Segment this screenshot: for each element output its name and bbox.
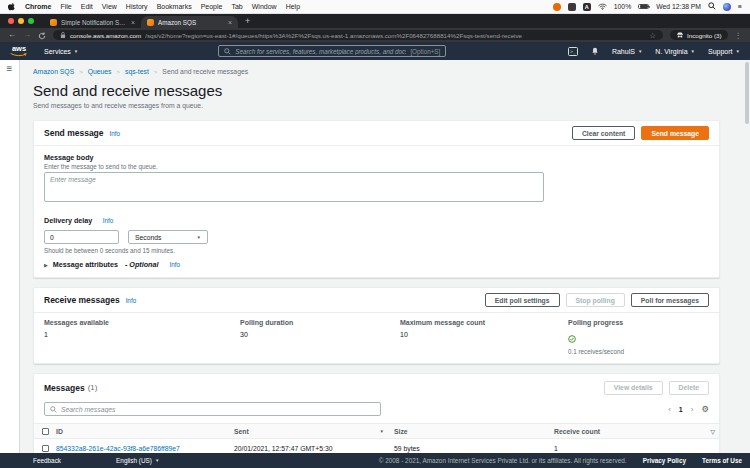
wifi-icon[interactable] [598,3,607,11]
breadcrumb-amazon-sqs[interactable]: Amazon SQS [33,68,74,75]
services-menu[interactable]: Services ▼ [44,48,78,55]
account-menu[interactable]: RahulS ▼ [612,48,642,55]
messages-search-box[interactable] [44,402,381,416]
tab-close-icon[interactable]: × [228,19,232,26]
send-message-info-link[interactable]: Info [110,130,121,137]
breadcrumb-current: Send and receive messages [162,68,248,75]
battery-icon[interactable] [638,4,649,10]
menubar-item-people[interactable]: People [201,3,223,10]
select-all-checkbox[interactable] [42,428,49,435]
stop-polling-button[interactable]: Stop polling [566,293,625,307]
support-menu[interactable]: Support ▼ [708,48,740,55]
menu-extra-a-icon[interactable]: A [583,3,591,11]
delivery-delay-info-link[interactable]: Info [103,217,114,224]
sort-descending-icon[interactable]: ▼ [380,429,384,434]
column-header-id[interactable]: ID [56,428,234,435]
receive-messages-info-link[interactable]: Info [126,297,137,304]
messages-search-input[interactable] [61,406,375,413]
back-icon[interactable]: ← [8,31,16,39]
tab-title: Amazon SQS [158,19,224,26]
stat-maximum-message-count: Maximum message count 10 [400,319,568,355]
breadcrumb-sep-icon: > [117,69,121,75]
menubar-item-bookmarks[interactable]: Bookmarks [157,3,192,10]
breadcrumb-sqs-test[interactable]: sqs-test [125,68,149,75]
apple-menu-icon[interactable] [8,2,16,11]
filter-icon[interactable]: ▽ [710,428,715,435]
region-menu[interactable]: N. Virginia ▼ [655,48,695,55]
previous-page-icon[interactable]: ‹ [668,405,671,414]
zoom-window-button[interactable] [28,18,34,24]
siri-icon[interactable] [723,3,731,11]
menubar-item-help[interactable]: Help [286,3,300,10]
row-checkbox[interactable] [42,445,49,452]
incognito-badge: Incognito (3) [670,30,727,40]
stat-label: Polling duration [240,319,400,326]
privacy-policy-link[interactable]: Privacy Policy [643,457,686,464]
notifications-bell-icon[interactable] [591,47,599,56]
tab-close-icon[interactable]: × [131,19,135,26]
browser-menu-icon[interactable]: ⋮ [735,31,743,40]
new-tab-button[interactable]: + [245,17,250,26]
tab-amazon-sqs[interactable]: Amazon SQS × [141,16,238,28]
menubar-item-view[interactable]: View [102,3,117,10]
close-window-button[interactable] [8,18,14,24]
spotlight-icon[interactable] [708,2,716,11]
send-message-button[interactable]: Send message [641,126,709,140]
breadcrumb-queues[interactable]: Queues [88,68,112,75]
lock-icon [60,31,66,40]
clear-content-button[interactable]: Clear content [572,126,635,140]
menubar-item-tab[interactable]: Tab [231,3,242,10]
main-area: Amazon SQS > Queues > sqs-test > Send an… [20,60,750,453]
messages-card: Messages (1) View details Delete ‹ 1 [33,373,720,453]
delivery-delay-input[interactable] [44,230,119,244]
column-header-sent[interactable]: Sent ▼ [234,428,394,435]
table-row: 854332a8-261e-42ac-93f8-a6e786ff89e7 20/… [34,439,719,453]
menubar-item-history[interactable]: History [126,3,148,10]
page-number[interactable]: 1 [679,406,683,413]
delete-button[interactable]: Delete [669,381,709,395]
view-details-button[interactable]: View details [604,381,663,395]
terms-of-use-link[interactable]: Terms of Use [702,457,742,464]
hamburger-menu-icon[interactable]: ≡ [0,64,19,74]
menu-extra-dark-icon[interactable] [568,3,576,11]
tab-simple-notification-service[interactable]: Simple Notification Service × [44,16,141,28]
menubar-item-edit[interactable]: Edit [81,3,93,10]
feedback-link[interactable]: Feedback [33,457,61,464]
pagination: ‹ 1 › ⚙ [668,404,709,414]
menubar-item-window[interactable]: Window [252,3,277,10]
message-attributes-expander[interactable]: ▶ Message attributes - Optional Info [44,260,709,269]
poll-for-messages-button[interactable]: Poll for messages [631,293,709,307]
aws-search-box[interactable]: [Option+S] [218,45,446,57]
address-bar[interactable]: console.aws.amazon.com /sqs/v2/home?regi… [53,30,663,40]
search-icon [224,48,231,55]
control-center-icon[interactable]: ≡ [738,3,742,10]
aws-logo[interactable]: aws [10,45,28,57]
language-select[interactable]: English (US) ▼ [116,457,159,464]
message-body-textarea[interactable] [44,172,544,202]
aws-search-input[interactable] [235,48,406,55]
menubar-item-file[interactable]: File [60,3,71,10]
send-message-card: Send message Info Clear content Send mes… [33,120,720,278]
message-id-link[interactable]: 854332a8-261e-42ac-93f8-a6e786ff89e7 [56,445,234,452]
message-attributes-info-link[interactable]: Info [170,261,181,268]
copyright-label: © 2008 - 2021, Amazon Internet Services … [379,457,627,464]
aws-favicon [147,19,154,26]
page-content: ≡ Amazon SQS > Queues > sqs-test > Send … [0,60,750,453]
edit-poll-settings-button[interactable]: Edit poll settings [485,293,560,307]
cloudshell-icon[interactable]: >_ [568,47,578,56]
message-size-cell: 59 bytes [394,445,554,452]
column-header-receive-count[interactable]: Receive count ▽ [554,428,719,435]
menubar-clock[interactable]: Wed 12:38 PM [656,3,701,10]
column-header-size[interactable]: Size [394,428,554,435]
table-settings-gear-icon[interactable]: ⚙ [701,404,709,414]
incognito-icon [676,31,684,39]
menu-extra-orange-icon[interactable] [553,3,561,11]
polling-rate-label: 0.1 receives/second [568,348,709,355]
minimize-window-button[interactable] [18,18,24,24]
delay-unit-select[interactable]: Seconds ▼ [128,230,208,244]
stat-value: 1 [44,331,240,338]
menubar-item-chrome[interactable]: Chrome [25,3,51,10]
bookmark-star-icon[interactable]: ☆ [649,31,656,40]
forward-icon[interactable]: → [23,31,31,39]
next-page-icon[interactable]: › [691,405,694,414]
